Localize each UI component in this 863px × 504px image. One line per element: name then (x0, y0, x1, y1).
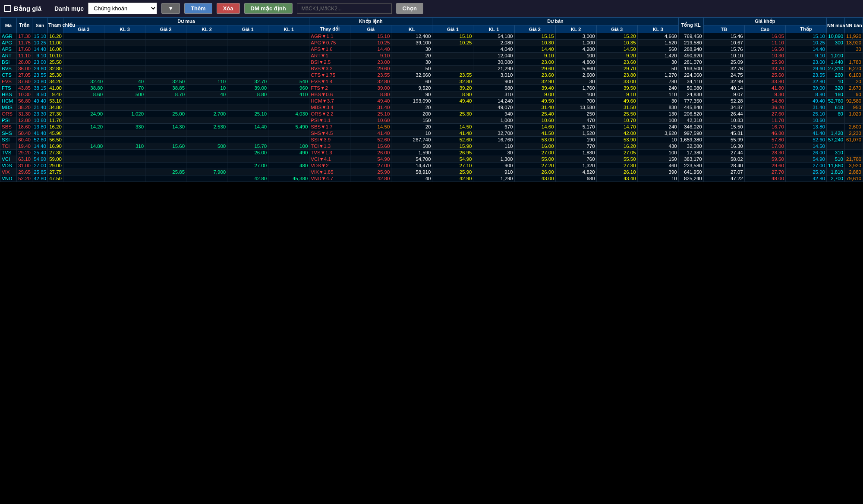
table-cell: 42.80 (350, 175, 391, 182)
table-row: VCI63.1054.9059.00VCI▼4.154.9054,70054.9… (0, 156, 863, 163)
table-cell: 950 (845, 104, 863, 111)
table-cell: 10.10 (703, 53, 744, 59)
table-cell: 39.50 (596, 85, 637, 91)
table-cell (145, 150, 186, 156)
table-cell (186, 72, 227, 78)
table-cell: 16.50 (744, 46, 785, 53)
table-cell: 27.70 (744, 169, 785, 175)
table-cell: 1,780 (845, 59, 863, 66)
table-cell: 26.00 (514, 169, 555, 175)
table-cell: 1,290 (473, 175, 514, 182)
table-cell: 29.60 (744, 163, 785, 169)
table-cell: 224,060 (678, 72, 703, 78)
table-cell: 48.00 (744, 175, 785, 182)
table-cell: 9.10 (785, 53, 826, 59)
table-cell: 14.50 (350, 124, 391, 130)
table-cell: 9.10 (514, 53, 555, 59)
table-cell: 240 (637, 85, 678, 91)
dm-button[interactable]: DM mặc định (244, 3, 293, 14)
table-cell: 193,090 (391, 98, 432, 104)
dropdown-arrow-btn[interactable]: ▼ (161, 3, 180, 14)
table-cell: 32,660 (391, 72, 432, 78)
table-cell: 25.10 (785, 111, 826, 117)
table-cell: 27.44 (703, 150, 744, 156)
xoa-button[interactable]: Xóa (217, 3, 240, 14)
col-gia: Giá (350, 25, 391, 33)
table-cell: 23.55 (32, 72, 48, 78)
table-cell: 54.90 (32, 156, 48, 163)
table-cell: 49.40 (32, 98, 48, 104)
table-cell: 50 (391, 66, 432, 72)
table-cell: 30 (637, 59, 678, 66)
category-dropdown[interactable]: Chứng khoán (88, 3, 157, 14)
mack-input[interactable] (297, 3, 392, 14)
table-cell: 1,659,380 (678, 137, 703, 143)
table-cell: 11.10 (17, 53, 32, 59)
table-cell: APG (0, 40, 17, 46)
them-button[interactable]: Thêm (184, 3, 212, 14)
table-cell: TVS▼1.3 (309, 150, 350, 156)
table-cell: 11,920 (845, 33, 863, 40)
table-cell: 31.00 (17, 163, 32, 169)
table-cell: 39.00 (350, 85, 391, 91)
table-cell: ORS (0, 111, 17, 117)
table-cell: 10.35 (596, 40, 637, 46)
table-cell: 15.50 (703, 124, 744, 130)
table-cell (432, 46, 473, 53)
table-cell (268, 53, 309, 59)
table-cell: 15.76 (703, 46, 744, 53)
table-cell: ART (0, 53, 17, 59)
table-cell: 15.10 (350, 33, 391, 40)
col-cao: Cao (744, 25, 785, 33)
table-cell (186, 156, 227, 163)
table-cell: 10.30 (514, 40, 555, 46)
table-cell: 41.50 (514, 130, 555, 137)
table-cell: FTS▼2 (309, 85, 350, 91)
table-cell: 10.30 (744, 53, 785, 59)
table-cell (186, 66, 227, 72)
table-cell: 9.10 (32, 53, 48, 59)
table-cell: 11.00 (48, 40, 63, 46)
chon-button[interactable]: Chọn (396, 3, 423, 14)
table-cell: 39.20 (432, 85, 473, 91)
table-row: HBS10.308.509.408.605008.70408.80410HBS▼… (0, 91, 863, 98)
table-cell: 288,940 (678, 46, 703, 53)
table-cell: 6,100 (845, 72, 863, 78)
table-cell: 11.70 (48, 117, 63, 124)
table-cell: 25.30 (432, 111, 473, 117)
table-cell: 1,000 (555, 40, 596, 46)
table-cell: 32.76 (703, 66, 744, 72)
table-cell: 54.90 (350, 156, 391, 163)
table-cell: 43.85 (17, 85, 32, 91)
table-cell (268, 33, 309, 40)
table-cell: 19.40 (17, 143, 32, 150)
table-cell: 25.10 (227, 111, 268, 117)
table-cell: 500 (186, 143, 227, 150)
table-cell (227, 72, 268, 78)
table-cell: 1,010 (827, 53, 845, 59)
table-cell (145, 53, 186, 59)
table-cell (268, 169, 309, 175)
table-cell: 30 (473, 150, 514, 156)
table-cell: 680 (555, 175, 596, 182)
table-cell: 25.85 (32, 169, 48, 175)
table-cell: SSI (0, 137, 17, 143)
table-cell: 8.70 (145, 91, 186, 98)
table-cell: 16,760 (473, 137, 514, 143)
table-cell: 27.30 (48, 150, 63, 156)
col-thap: Thấp (785, 25, 826, 33)
table-cell: 25.60 (744, 72, 785, 78)
table-cell: 50.40 (17, 130, 32, 137)
table-cell: 13.80 (32, 124, 48, 130)
table-cell: 27.60 (744, 111, 785, 117)
table-cell: 52.20 (17, 175, 32, 182)
table-cell: 43.40 (596, 175, 637, 182)
table-cell: 4,280 (555, 46, 596, 53)
table-cell: 825,240 (678, 175, 703, 182)
table-cell: 29.20 (17, 150, 32, 156)
table-cell: 41.80 (744, 85, 785, 91)
table-cell: 17.60 (17, 46, 32, 53)
table-cell: 1,810 (827, 169, 845, 175)
table-cell: AGR (0, 33, 17, 40)
table-cell: 10.10 (48, 53, 63, 59)
